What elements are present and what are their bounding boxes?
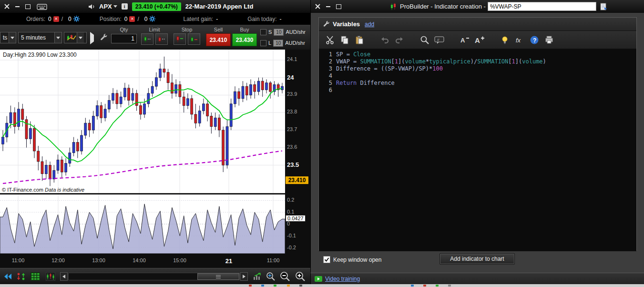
keep-window-open-checkbox[interactable] (323, 256, 330, 263)
orders-settings-gear-icon[interactable] (73, 16, 80, 22)
buy-button[interactable]: 23.430 (232, 33, 257, 46)
chart-bottom-toolbar (0, 268, 310, 284)
sell-button[interactable]: 23.410 (206, 33, 231, 46)
zoom-out-button[interactable] (279, 271, 291, 282)
keyboard-icon[interactable] (37, 3, 47, 10)
comment-icon[interactable]: // (433, 34, 446, 46)
code-lines[interactable]: 1SP = Close2VWAP = SUMMATION[1](volume*t… (319, 51, 636, 94)
price-axis[interactable]: 23.410 0.0427 24.12423.923.823.723.623.5… (285, 50, 310, 254)
symbol-label[interactable]: APX (99, 3, 112, 10)
indicator-chart-area[interactable] (0, 195, 285, 254)
code-line[interactable]: 5Return Difference (319, 80, 636, 87)
orders-count: 0 (48, 16, 51, 22)
sell-limit-button[interactable] (155, 33, 168, 45)
line-number: 1 (319, 51, 336, 58)
probuilder-close-icon[interactable] (314, 3, 321, 10)
indicator-name-input[interactable] (488, 2, 596, 11)
chart-style-button[interactable] (64, 32, 87, 43)
buy-stop-button[interactable] (174, 33, 186, 45)
copy-icon[interactable] (338, 34, 351, 46)
variables-header: Variables add (319, 18, 636, 31)
variables-wrench-icon (323, 20, 330, 28)
indicator-plot[interactable] (0, 195, 285, 255)
zoom-reset-icon[interactable] (265, 271, 276, 282)
maximize-icon[interactable] (24, 3, 31, 10)
stop-loss-checkbox[interactable] (260, 29, 266, 35)
add-indicator-button[interactable]: Add indicator to chart (440, 253, 515, 265)
taskbar-app-icon[interactable] (287, 285, 290, 287)
grid-view-icon[interactable] (30, 271, 41, 282)
redo-icon[interactable] (393, 34, 406, 46)
y-axis-tick: 24.1 (287, 56, 297, 62)
undo-icon[interactable] (378, 34, 391, 46)
cancel-orders-icon[interactable]: × (53, 16, 59, 22)
taskbar-strip[interactable] (0, 284, 644, 287)
products-dropdown[interactable]: ts (0, 32, 16, 43)
probuilder-minimize-icon[interactable] (325, 3, 332, 10)
scroll-left-button[interactable] (60, 272, 68, 281)
code-line[interactable]: 1SP = Close (319, 51, 636, 58)
close-icon[interactable] (3, 3, 10, 10)
taskbar-app-icon[interactable] (436, 285, 439, 287)
price-chart-area[interactable]: Day:High 23.990 Low 23.300 © IT-Finance.… (0, 50, 285, 193)
symbol-dropdown-caret-icon[interactable] (113, 5, 117, 8)
chart-list-icon[interactable] (45, 271, 56, 282)
tip-lightbulb-icon[interactable] (499, 34, 511, 46)
taskbar-app-icon[interactable] (261, 285, 264, 287)
candlestick-plot[interactable] (0, 50, 285, 195)
time-axis[interactable]: 11:0012:0013:0014:0015:002111:00 (0, 254, 310, 268)
taskbar-app-icon[interactable] (423, 285, 426, 287)
help-icon[interactable]: ? (528, 34, 541, 46)
limit-profit-amount[interactable]: 10 (273, 40, 283, 47)
expand-toolbar-icon[interactable] (90, 35, 94, 41)
paste-icon[interactable] (353, 34, 366, 46)
code-editor[interactable]: 1SP = Close2VWAP = SUMMATION[1](volume*t… (319, 49, 636, 251)
search-icon[interactable] (419, 34, 431, 46)
y-axis-tick: 23.5 (287, 161, 299, 168)
code-line[interactable]: 4 (319, 72, 636, 80)
add-variable-link[interactable]: add (365, 21, 374, 28)
qty-input[interactable] (111, 34, 137, 43)
order-entry-icon[interactable] (15, 271, 27, 282)
chart-scrollbar-thumb[interactable] (197, 273, 239, 280)
wrench-icon[interactable] (100, 33, 108, 41)
taskbar-app-icon[interactable] (411, 285, 414, 287)
taskbar-app-icon[interactable] (274, 285, 276, 287)
stop-loss-label: S (268, 29, 272, 35)
buy-limit-button[interactable] (141, 33, 153, 45)
limit-profit-checkbox[interactable] (260, 40, 266, 46)
taskbar-app-icon[interactable] (448, 285, 451, 287)
keep-window-open-option[interactable]: Keep window open (323, 256, 381, 263)
code-line[interactable]: 2VWAP = SUMMATION[1](volume*typicalprice… (319, 58, 636, 65)
cut-icon[interactable] (324, 34, 336, 46)
code-line[interactable]: 6 (319, 87, 636, 94)
line-number: 3 (319, 65, 336, 72)
minimize-icon[interactable] (14, 3, 21, 10)
timeframe-dropdown[interactable]: 5 minutes (18, 32, 62, 43)
stop-loss-amount[interactable]: 10 (274, 29, 284, 36)
a-minus-glyph: A (460, 37, 465, 44)
video-training-icon (315, 276, 322, 282)
fast-rewind-icon[interactable] (2, 271, 13, 282)
close-position-icon[interactable]: × (129, 16, 135, 22)
taskbar-app-icon[interactable] (249, 285, 252, 287)
line-number: 2 (319, 58, 336, 65)
volume-icon[interactable] (88, 3, 95, 10)
code-line[interactable]: 3Difference = ((SP-VWAP)/SP)*100 (319, 65, 636, 72)
position-settings-gear-icon[interactable] (149, 16, 155, 22)
print-icon[interactable] (543, 34, 555, 46)
scroll-right-button[interactable] (240, 272, 248, 281)
auto-scale-icon[interactable] (252, 271, 263, 282)
x-axis-tick: 12:00 (46, 257, 70, 263)
zoom-in-button[interactable] (295, 271, 306, 282)
increase-font-icon[interactable]: A (473, 34, 486, 46)
sell-stop-button[interactable] (188, 33, 200, 45)
video-training-link[interactable]: Video training (325, 276, 360, 282)
probuilder-maximize-icon[interactable] (335, 3, 342, 10)
documentation-icon[interactable] (599, 2, 608, 11)
taskbar-app-icon[interactable] (299, 285, 302, 287)
function-library-icon[interactable]: fx (513, 34, 526, 46)
chart-scrollbar[interactable] (68, 273, 240, 280)
decrease-font-icon[interactable]: A (459, 34, 471, 46)
info-icon[interactable]: i (122, 3, 128, 10)
